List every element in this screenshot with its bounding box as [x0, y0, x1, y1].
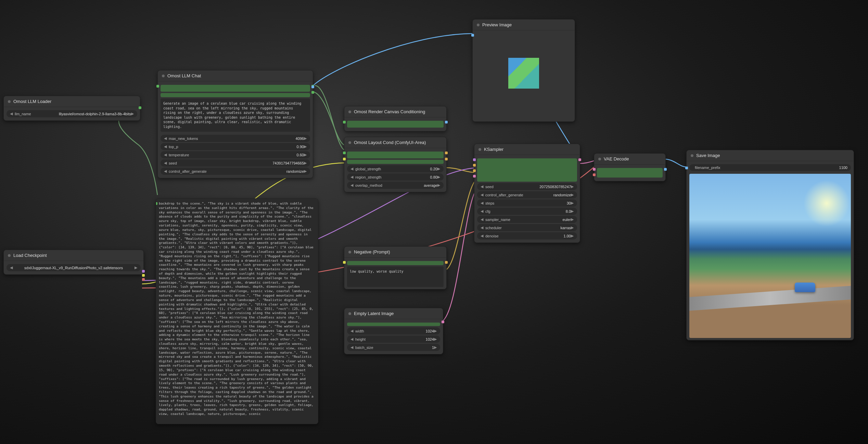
param-top-p[interactable]: ◀top_p0.90▶: [161, 143, 310, 150]
param-filename-prefix[interactable]: filename_prefix 1100: [689, 164, 851, 171]
node-render-canvas-conditioning[interactable]: Omost Render Canvas Conditioning: [344, 106, 447, 131]
node-empty-latent-image[interactable]: Empty Latent Image ◀width1024▶ ◀height10…: [344, 308, 443, 354]
node-omost-llm-chat[interactable]: Omost LLM Chat Generate an image of a ce…: [157, 70, 313, 178]
node-save-image[interactable]: Save Image filename_prefix 1100: [686, 150, 854, 340]
param-seed[interactable]: ◀seed743917947794665▶: [161, 159, 310, 167]
param-ks-control[interactable]: ◀control_after_generaterandomize▶: [477, 191, 577, 198]
node-preview-image[interactable]: Preview Image: [472, 19, 575, 122]
node-load-checkpoint[interactable]: Load Checkpoint ◀ sdxl/Juggernaut-XL_v9_…: [3, 250, 144, 275]
param-ks-cfg[interactable]: ◀cfg8.0▶: [477, 208, 577, 215]
node-vae-decode[interactable]: VAE Decode: [594, 153, 666, 181]
param-llm-name[interactable]: ◀ llm_name lllyasviel/omost-dolphin-2.9-…: [7, 110, 137, 117]
node-title: VAE Decode: [604, 156, 629, 161]
param-ks-sampler[interactable]: ◀sampler_nameeuler▶: [477, 216, 577, 223]
preview-thumbnail: [508, 58, 539, 89]
param-ckpt-name[interactable]: ◀ sdxl/Juggernaut-XL_v9_RunDiffusionPhot…: [7, 264, 141, 271]
node-negative-prompt[interactable]: Negative (Prompt) low quality, worse qua…: [344, 246, 447, 289]
prompt-textarea[interactable]: Generate an image of a cerulean blue car…: [161, 99, 310, 132]
detail-textarea[interactable]: backdrop to the scene.", "The sky is a v…: [156, 199, 318, 424]
node-title: Omost LLM Loader: [13, 99, 51, 104]
chevron-right-icon[interactable]: ▶: [135, 265, 137, 270]
param-ks-steps[interactable]: ◀steps30▶: [477, 199, 577, 207]
param-height[interactable]: ◀height1024▶: [347, 336, 440, 343]
param-control-after-generate[interactable]: ◀control_after_generaterandomize▶: [161, 168, 310, 175]
param-temperature[interactable]: ◀temperature0.60▶: [161, 151, 310, 158]
node-title: Preview Image: [482, 22, 512, 27]
param-ks-seed[interactable]: ◀seed207250830785247▶: [477, 183, 577, 190]
node-title: Omost Layout Cond (ComfyUI-Area): [354, 140, 426, 145]
node-title: Omost LLM Chat: [167, 73, 201, 78]
param-region-strength[interactable]: ◀region_strength0.80▶: [347, 173, 444, 181]
node-title: Omost Render Canvas Conditioning: [354, 109, 425, 114]
param-batch-size[interactable]: ◀batch_size1▶: [347, 344, 440, 351]
param-global-strength[interactable]: ◀global_strength0.20▶: [347, 165, 444, 172]
chevron-right-icon[interactable]: ▶: [131, 112, 134, 116]
node-omost-llm-loader[interactable]: Omost LLM Loader ◀ llm_name lllyasviel/o…: [3, 96, 140, 121]
chevron-left-icon[interactable]: ◀: [10, 265, 13, 270]
node-title: Load Checkpoint: [13, 253, 47, 258]
node-title: KSampler: [484, 147, 503, 152]
output-image: [689, 174, 851, 338]
param-ks-denoise[interactable]: ◀denoise1.00▶: [477, 232, 577, 239]
node-title: Empty Latent Image: [354, 311, 394, 316]
node-title: Negative (Prompt): [354, 249, 390, 254]
negative-textarea[interactable]: low quality, worse quality: [347, 266, 444, 287]
param-max-new-tokens[interactable]: ◀max_new_tokens4096▶: [161, 135, 310, 142]
node-title: Save Image: [696, 153, 720, 158]
node-layout-cond[interactable]: Omost Layout Cond (ComfyUI-Area) ◀global…: [344, 137, 447, 192]
node-ksampler[interactable]: KSampler ◀seed207250830785247▶ ◀control_…: [474, 144, 580, 243]
chevron-left-icon[interactable]: ◀: [10, 112, 13, 116]
node-canvas-detail[interactable]: backdrop to the scene.", "The sky is a v…: [156, 198, 318, 424]
param-overlap-method[interactable]: ◀overlap_methodaverage▶: [347, 182, 444, 189]
param-ks-scheduler[interactable]: ◀schedulerkarras▶: [477, 224, 577, 231]
param-width[interactable]: ◀width1024▶: [347, 327, 440, 335]
